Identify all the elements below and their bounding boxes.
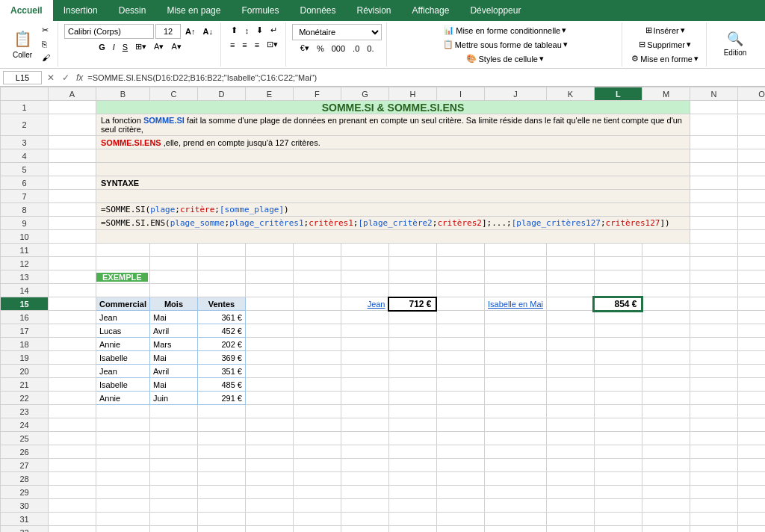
cell-N16[interactable] [690, 311, 737, 324]
cell-I19[interactable] [436, 351, 484, 365]
copy-button[interactable]: ⎘ [39, 38, 53, 50]
cell-B18[interactable]: Annie [96, 338, 150, 351]
cell-N14[interactable] [690, 284, 737, 297]
cell-A15[interactable] [49, 297, 96, 311]
cell-I14[interactable] [436, 284, 484, 297]
cell-C21[interactable]: Mai [149, 378, 197, 392]
cell-N4[interactable] [690, 149, 737, 163]
cell-A10[interactable] [49, 230, 96, 244]
cell-N20[interactable] [690, 365, 737, 378]
cell-N1[interactable] [690, 101, 737, 114]
font-color-button[interactable]: A▾ [168, 40, 184, 53]
cell-L21[interactable] [546, 378, 594, 392]
tab-formules[interactable]: Formules [231, 0, 289, 21]
cell-G22[interactable] [341, 392, 388, 405]
cell-A1[interactable] [49, 101, 96, 114]
tab-mise-en-page[interactable]: Mise en page [156, 0, 231, 21]
tab-revision[interactable]: Révision [347, 0, 402, 21]
cell-H17[interactable] [388, 324, 436, 338]
cell-K22[interactable] [546, 392, 594, 405]
cell-A17[interactable] [49, 324, 96, 338]
merge-button[interactable]: ⊡▾ [264, 38, 281, 51]
cell-F17[interactable] [293, 324, 341, 338]
tab-accueil[interactable]: Accueil [0, 0, 53, 21]
format-btn[interactable]: ⚙ Mise en forme ▾ [628, 52, 701, 65]
row-header-5[interactable]: 5 [1, 163, 49, 176]
tab-developpeur[interactable]: Développeur [459, 0, 531, 21]
font-size-input[interactable] [155, 24, 181, 39]
row-header-11[interactable]: 11 [1, 244, 49, 257]
dec-decrease-btn[interactable]: 0. [364, 43, 377, 55]
cell-G14[interactable] [341, 284, 388, 297]
cell-F19[interactable] [293, 351, 341, 365]
cell-E13[interactable] [245, 270, 293, 284]
cell-I21[interactable] [436, 378, 484, 392]
cell-E11[interactable] [245, 244, 293, 257]
sheet-grid[interactable]: A B C D E F G H I J K L M N O [0, 87, 765, 532]
delete-btn[interactable]: ⊟ Supprimer ▾ [636, 38, 694, 51]
row-header-19[interactable]: 19 [1, 351, 49, 365]
cell-D15[interactable]: Ventes [197, 297, 245, 311]
row-header-24[interactable]: 24 [1, 418, 49, 432]
row-header-3[interactable]: 3 [1, 136, 49, 149]
cell-A18[interactable] [49, 338, 96, 351]
cell-K16[interactable] [546, 311, 594, 324]
cell-M15[interactable] [642, 297, 690, 311]
row-header-7[interactable]: 7 [1, 190, 49, 203]
row-header-6[interactable]: 6 [1, 176, 49, 190]
cell-D16[interactable]: 361 € [197, 311, 245, 324]
cut-button[interactable]: ✂ [39, 24, 53, 37]
row-header-21[interactable]: 21 [1, 378, 49, 392]
cell-K13[interactable] [546, 270, 594, 284]
cell-A2[interactable] [49, 114, 96, 136]
cell-N12[interactable] [690, 257, 737, 270]
cell-A5[interactable] [49, 163, 96, 176]
cell-G20[interactable] [341, 365, 388, 378]
cell-J19[interactable] [484, 351, 546, 365]
cell-M13[interactable] [642, 270, 690, 284]
cell-O19[interactable] [737, 351, 765, 365]
cell-G21[interactable] [341, 378, 388, 392]
cell-D13[interactable] [197, 270, 245, 284]
cell-K19[interactable] [546, 351, 594, 365]
cell-F14[interactable] [293, 284, 341, 297]
fill-color-button[interactable]: A▾ [151, 40, 167, 53]
cell-J17[interactable] [484, 324, 546, 338]
cell-B5[interactable] [96, 163, 690, 176]
col-header-N[interactable]: N [690, 87, 737, 101]
row-header-22[interactable]: 22 [1, 392, 49, 405]
cell-H15[interactable]: 712 € [388, 297, 436, 311]
cell-H12[interactable] [388, 257, 436, 270]
cell-J11[interactable] [484, 244, 546, 257]
edition-button[interactable]: 🔍 Edition [713, 24, 758, 63]
cell-O7[interactable] [737, 190, 765, 203]
cell-C15[interactable]: Mois [149, 297, 197, 311]
cell-L20[interactable] [594, 365, 642, 378]
cell-G17[interactable] [341, 324, 388, 338]
cell-O17[interactable] [737, 324, 765, 338]
cell-O18[interactable] [737, 338, 765, 351]
cell-B22[interactable]: Annie [96, 392, 150, 405]
cell-B11[interactable] [96, 244, 150, 257]
row-header-32[interactable]: 32 [1, 526, 49, 533]
cell-I17[interactable] [436, 324, 484, 338]
cell-M22[interactable] [642, 392, 690, 405]
cell-M14[interactable] [642, 284, 690, 297]
cell-M17[interactable] [642, 324, 690, 338]
row-header-13[interactable]: 13 [1, 270, 49, 284]
cell-I15[interactable] [436, 297, 484, 311]
cell-J13[interactable] [484, 270, 546, 284]
row-header-26[interactable]: 26 [1, 445, 49, 459]
cell-L18[interactable] [594, 338, 642, 351]
cell-O13[interactable] [737, 270, 765, 284]
cell-C22[interactable]: Juin [149, 392, 197, 405]
cell-O5[interactable] [737, 163, 765, 176]
cell-J18[interactable] [484, 338, 546, 351]
cell-A21[interactable] [49, 378, 96, 392]
cell-O11[interactable] [737, 244, 765, 257]
cell-G13[interactable] [341, 270, 388, 284]
cancel-formula-btn[interactable]: ✕ [45, 72, 57, 83]
row-header-28[interactable]: 28 [1, 472, 49, 486]
cell-E22[interactable] [245, 392, 293, 405]
cell-K15[interactable] [546, 297, 594, 311]
